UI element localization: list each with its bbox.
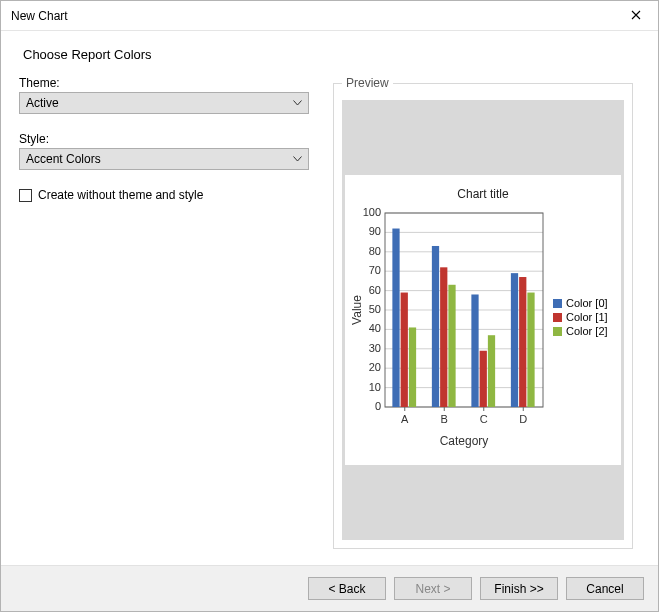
- svg-text:B: B: [441, 413, 448, 425]
- checkbox-icon: [19, 189, 32, 202]
- next-button[interactable]: Next >: [394, 577, 472, 600]
- svg-text:40: 40: [369, 322, 381, 334]
- chevron-down-icon: [293, 100, 302, 106]
- chart-plot: 0102030405060708090100ABCDCategoryValue: [349, 207, 549, 457]
- preview-panel: Preview Chart title 01020304050607080901…: [333, 76, 633, 549]
- svg-text:C: C: [480, 413, 488, 425]
- svg-text:50: 50: [369, 303, 381, 315]
- preview-legend: Preview: [342, 76, 393, 90]
- svg-text:100: 100: [363, 207, 381, 218]
- chevron-down-icon: [293, 156, 302, 162]
- close-button[interactable]: [614, 1, 658, 31]
- style-dropdown[interactable]: Accent Colors: [19, 148, 309, 170]
- legend-item: Color [1]: [553, 311, 617, 323]
- svg-rect-38: [511, 273, 518, 407]
- svg-text:A: A: [401, 413, 409, 425]
- theme-value: Active: [26, 96, 59, 110]
- svg-rect-33: [471, 294, 478, 407]
- svg-rect-34: [480, 351, 487, 407]
- legend-swatch: [553, 327, 562, 336]
- finish-button[interactable]: Finish >>: [480, 577, 558, 600]
- create-without-theme-checkbox[interactable]: Create without theme and style: [19, 188, 309, 202]
- style-value: Accent Colors: [26, 152, 101, 166]
- cancel-button[interactable]: Cancel: [566, 577, 644, 600]
- new-chart-wizard-window: New Chart Choose Report Colors Theme: Ac…: [0, 0, 659, 612]
- svg-rect-35: [488, 335, 495, 407]
- legend-label: Color [0]: [566, 297, 608, 309]
- svg-rect-25: [409, 327, 416, 407]
- legend-label: Color [2]: [566, 325, 608, 337]
- checkbox-label: Create without theme and style: [38, 188, 203, 202]
- chart-title: Chart title: [349, 187, 617, 201]
- style-label: Style:: [19, 132, 309, 146]
- legend-item: Color [0]: [553, 297, 617, 309]
- chart-legend: Color [0]Color [1]Color [2]: [553, 207, 617, 339]
- svg-rect-23: [392, 229, 399, 407]
- svg-text:60: 60: [369, 284, 381, 296]
- wizard-footer: < Back Next > Finish >> Cancel: [1, 565, 658, 611]
- svg-text:Category: Category: [440, 434, 489, 448]
- svg-text:20: 20: [369, 361, 381, 373]
- legend-swatch: [553, 313, 562, 322]
- svg-text:Value: Value: [350, 295, 364, 325]
- page-heading: Choose Report Colors: [23, 47, 640, 62]
- svg-text:70: 70: [369, 264, 381, 276]
- svg-text:30: 30: [369, 342, 381, 354]
- options-panel: Theme: Active Style: Accent Colors: [19, 76, 309, 549]
- svg-rect-40: [527, 293, 534, 407]
- content-area: Choose Report Colors Theme: Active Style…: [1, 31, 658, 549]
- legend-swatch: [553, 299, 562, 308]
- preview-background: Chart title 0102030405060708090100ABCDCa…: [342, 100, 624, 540]
- chart-preview: Chart title 0102030405060708090100ABCDCa…: [345, 175, 621, 465]
- svg-text:80: 80: [369, 245, 381, 257]
- svg-rect-29: [440, 267, 447, 407]
- close-icon: [631, 9, 641, 23]
- svg-rect-30: [448, 285, 455, 407]
- legend-item: Color [2]: [553, 325, 617, 337]
- titlebar: New Chart: [1, 1, 658, 31]
- svg-text:90: 90: [369, 225, 381, 237]
- svg-rect-24: [401, 293, 408, 407]
- svg-text:10: 10: [369, 381, 381, 393]
- back-button[interactable]: < Back: [308, 577, 386, 600]
- theme-dropdown[interactable]: Active: [19, 92, 309, 114]
- svg-rect-28: [432, 246, 439, 407]
- svg-rect-39: [519, 277, 526, 407]
- legend-label: Color [1]: [566, 311, 608, 323]
- theme-label: Theme:: [19, 76, 309, 90]
- svg-text:0: 0: [375, 400, 381, 412]
- window-title: New Chart: [11, 9, 614, 23]
- svg-text:D: D: [519, 413, 527, 425]
